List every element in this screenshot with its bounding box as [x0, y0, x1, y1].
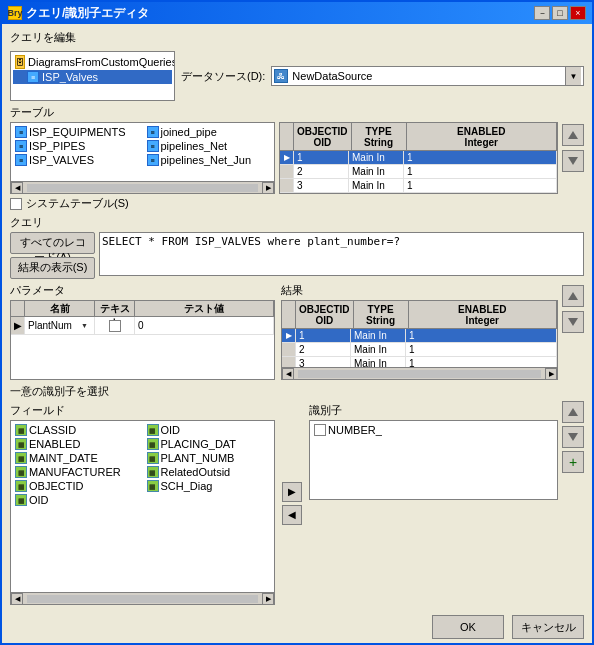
table-col-2: ≡ joined_pipe ≡ pipelines_Net ≡ pipeline…	[143, 123, 275, 181]
list-item[interactable]: ▦ OBJECTID	[13, 479, 141, 493]
table-data-grid: OBJECTID OID TYPE String ENABLED Integer	[279, 122, 558, 194]
field-scroll-left[interactable]: ◀	[11, 593, 23, 605]
table-row[interactable]: 3 Main In 1	[280, 179, 557, 193]
param-cell-text[interactable]	[95, 317, 135, 334]
grid-cell-enabled: 1	[404, 179, 557, 192]
list-item[interactable]: ▦ PLACING_DAT	[145, 437, 273, 451]
nav-buttons	[562, 122, 584, 172]
datasource-dropdown-arrow[interactable]: ▼	[565, 67, 581, 85]
identifier-content: フィールド ▦ CLASSID ▦ ENABLED	[10, 401, 584, 605]
param-row[interactable]: ▶ PlantNum ▼ 0	[11, 317, 274, 335]
field-icon: ▦	[15, 494, 27, 506]
result-scroll-left[interactable]: ◀	[282, 368, 294, 380]
result-cell: 2	[296, 343, 351, 356]
row-marker	[280, 165, 294, 178]
list-item[interactable]: ≡ ISP_PIPES	[13, 139, 141, 153]
query-text-area[interactable]: SELECT * FROM ISP_VALVES where plant_num…	[99, 232, 584, 276]
result-nav-buttons	[562, 283, 584, 380]
identifier-up-button[interactable]	[562, 401, 584, 423]
list-item[interactable]: ▦ MAINT_DATE	[13, 451, 141, 465]
result-cell: 1	[296, 329, 351, 342]
list-item[interactable]: ▦ OID	[13, 493, 141, 507]
param-name-combo[interactable]: PlantNum ▼	[28, 320, 91, 331]
tree-item-diagrams[interactable]: 🗄 DiagramsFromCustomQueries	[13, 54, 172, 70]
query-edit-section: 🗄 DiagramsFromCustomQueries ≡ ISP_Valves…	[10, 51, 584, 101]
all-records-button[interactable]: すべてのレコード(A)	[10, 232, 95, 254]
list-item[interactable]: ▦ PLANT_NUMB	[145, 451, 273, 465]
col-objectid-header: OBJECTID OID	[294, 123, 352, 150]
field-icon: ▦	[15, 424, 27, 436]
row-marker: ▶	[282, 329, 296, 342]
datasource-combo[interactable]: 🖧 NewDataSource ▼	[271, 66, 584, 86]
scroll-down-button[interactable]	[562, 150, 584, 172]
maximize-button[interactable]: □	[552, 6, 568, 20]
result-col-enabled-header: ENABLED Integer	[409, 301, 557, 328]
param-combo-arrow[interactable]: ▼	[81, 322, 91, 329]
table-row[interactable]: 2 Main In 1	[280, 165, 557, 179]
list-item[interactable]: NUMBER_	[312, 423, 555, 437]
row-marker: ▶	[280, 151, 294, 164]
result-scroll-down-button[interactable]	[562, 311, 584, 333]
minimize-button[interactable]: －	[534, 6, 550, 20]
table-icon: ≡	[15, 140, 27, 152]
identifier-label: 識別子	[309, 403, 558, 418]
field-panel: フィールド ▦ CLASSID ▦ ENABLED	[10, 401, 275, 605]
table-section: テーブル ≡ ISP_EQUIPMENTS ≡ ISP_PIPES	[10, 105, 584, 211]
list-item[interactable]: ▦ ENABLED	[13, 437, 141, 451]
scroll-track	[27, 184, 258, 192]
datasource-value: NewDataSource	[292, 70, 565, 82]
tree-item-isp-valves[interactable]: ≡ ISP_Valves	[13, 70, 172, 84]
query-section: クエリ すべてのレコード(A) 結果の表示(S) SELECT * FROM I…	[10, 215, 584, 279]
field-list-horizontal-scrollbar[interactable]: ◀ ▶	[11, 592, 274, 604]
list-item[interactable]: ▦ MANUFACTURER	[13, 465, 141, 479]
table-icon: ≡	[15, 154, 27, 166]
list-item[interactable]: ▦ RelatedOutsid	[145, 465, 273, 479]
cancel-button[interactable]: キャンセル	[512, 615, 584, 639]
list-item[interactable]: ≡ pipelines_Net	[145, 139, 273, 153]
list-item[interactable]: ▦ SCH_Diag	[145, 479, 273, 493]
datasource-label: データソース(D):	[181, 69, 265, 84]
list-item[interactable]: ≡ ISP_EQUIPMENTS	[13, 125, 141, 139]
identifier-down-button[interactable]	[562, 426, 584, 448]
scroll-right-arrow[interactable]: ▶	[262, 182, 274, 194]
row-marker	[282, 357, 296, 367]
remove-identifier-button[interactable]: ◀	[282, 505, 302, 525]
show-results-button[interactable]: 結果の表示(S)	[10, 257, 95, 279]
list-item[interactable]: ▦ OID	[145, 423, 273, 437]
table-horizontal-scrollbar[interactable]: ◀ ▶	[11, 181, 274, 193]
add-identifier-button[interactable]: ▶	[282, 482, 302, 502]
main-window: Bry クエリ/識別子エディタ － □ × クエリを編集 🗄 DiagramsF…	[0, 0, 594, 645]
result-horizontal-scrollbar[interactable]: ◀ ▶	[282, 367, 557, 379]
param-name-header: 名前	[25, 301, 95, 316]
param-text-checkbox[interactable]	[109, 320, 121, 332]
table-row[interactable]: 2 Main In 1	[282, 343, 557, 357]
identifier-result-inner: 識別子 NUMBER_	[309, 401, 558, 500]
scroll-left-arrow[interactable]: ◀	[11, 182, 23, 194]
result-grid-body: ▶ 1 Main In 1 2 Main In 1	[282, 329, 557, 367]
down-arrow-icon	[568, 157, 578, 165]
list-item[interactable]: ▦ CLASSID	[13, 423, 141, 437]
system-tables-label: システムテーブル(S)	[26, 196, 129, 211]
list-item[interactable]: ≡ ISP_VALVES	[13, 153, 141, 167]
list-item[interactable]: ≡ joined_pipe	[145, 125, 273, 139]
down-arrow-icon	[568, 318, 578, 326]
system-tables-checkbox[interactable]	[10, 198, 22, 210]
list-item[interactable]: ≡ pipelines_Net_Jun	[145, 153, 273, 167]
add-button[interactable]: +	[562, 451, 584, 473]
ok-button[interactable]: OK	[432, 615, 504, 639]
grid-cell-type: Main In	[349, 151, 404, 164]
datasource-icon: 🖧	[274, 69, 288, 83]
scroll-up-button[interactable]	[562, 124, 584, 146]
result-item-icon	[314, 424, 326, 436]
table-row[interactable]: 3 Main In 1	[282, 357, 557, 367]
close-button[interactable]: ×	[570, 6, 586, 20]
result-cell: Main In	[351, 343, 406, 356]
table-row[interactable]: ▶ 1 Main In 1	[282, 329, 557, 343]
param-cell-name[interactable]: PlantNum ▼	[25, 317, 95, 334]
grid-header: OBJECTID OID TYPE String ENABLED Integer	[280, 123, 557, 151]
query-tree-panel: 🗄 DiagramsFromCustomQueries ≡ ISP_Valves	[10, 51, 175, 101]
field-scroll-right[interactable]: ▶	[262, 593, 274, 605]
result-scroll-up-button[interactable]	[562, 285, 584, 307]
table-row[interactable]: ▶ 1 Main In 1	[280, 151, 557, 165]
result-scroll-right[interactable]: ▶	[545, 368, 557, 380]
